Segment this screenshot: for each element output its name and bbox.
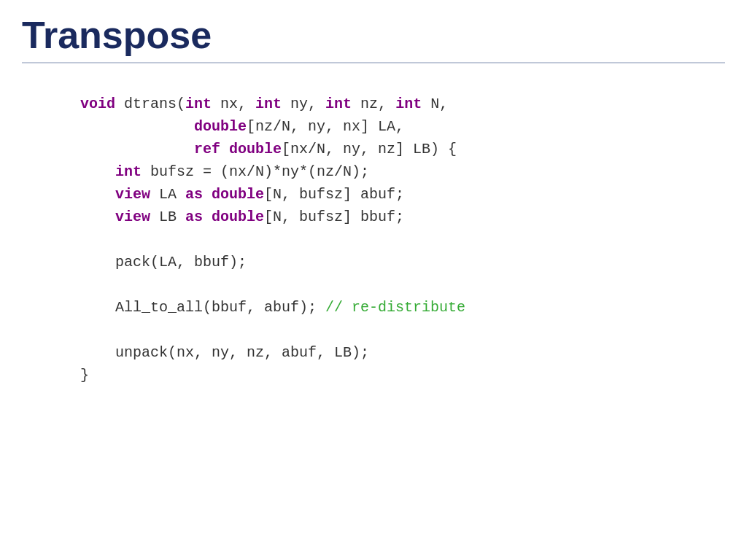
header-section: Transpose	[22, 15, 725, 63]
page-container: Transpose void dtrans(int nx, int ny, in…	[0, 0, 747, 560]
kw-int-4: int	[395, 96, 422, 112]
code-line-6: view LB as double[N, bufsz] bbuf;	[80, 206, 725, 228]
code-line-4: int bufsz = (nx/N)*ny*(nz/N);	[80, 160, 725, 183]
kw-double-4: double	[212, 209, 264, 225]
kw-double-2: double	[229, 141, 282, 158]
kw-ref-1: ref	[194, 141, 220, 158]
code-line-blank2	[80, 273, 725, 296]
kw-view-1: view	[115, 186, 150, 203]
kw-as-1: as	[185, 186, 203, 203]
comment-redistribute: // re-distribute	[325, 299, 465, 316]
kw-double-1: double	[194, 118, 247, 135]
kw-as-2: as	[185, 209, 203, 225]
kw-int-2: int	[255, 96, 282, 112]
code-line-5: view LA as double[N, bufsz] abuf;	[80, 183, 725, 206]
page-title: Transpose	[22, 15, 725, 56]
code-line-3: ref double[nx/N, ny, nz] LB) {	[80, 138, 725, 160]
kw-void-1: void	[80, 96, 115, 112]
code-line-blank1	[80, 228, 725, 251]
kw-int-5: int	[115, 163, 142, 180]
code-line-1: void dtrans(int nx, int ny, int nz, int …	[80, 93, 725, 115]
code-block: void dtrans(int nx, int ny, int nz, int …	[22, 93, 725, 386]
code-line-blank3	[80, 319, 725, 341]
kw-view-2: view	[115, 209, 150, 225]
code-line-7: pack(LA, bbuf);	[80, 251, 725, 273]
code-line-9: unpack(nx, ny, nz, abuf, LB);	[80, 341, 725, 364]
kw-int-1: int	[185, 96, 212, 112]
code-line-10: }	[80, 364, 725, 386]
code-line-8: All_to_all(bbuf, abuf); // re-distribute	[80, 296, 725, 319]
kw-int-3: int	[325, 96, 352, 112]
kw-double-3: double	[212, 186, 264, 203]
code-line-2: double[nz/N, ny, nx] LA,	[80, 115, 725, 138]
